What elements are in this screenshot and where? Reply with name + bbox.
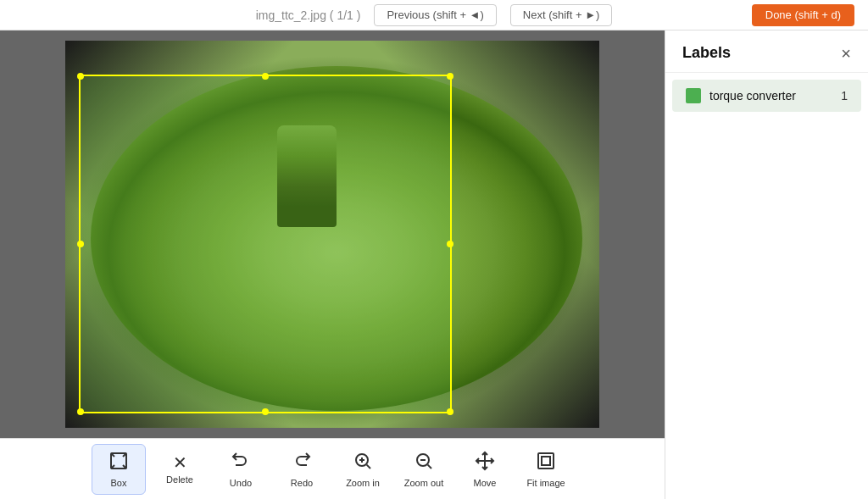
tool-redo-label: Redo [291, 478, 313, 488]
tool-zoom-in[interactable]: Zoom in [336, 444, 390, 495]
file-title: img_ttc_2.jpg ( 1/1 ) [256, 8, 361, 22]
handle-top-right[interactable] [447, 73, 453, 80]
box-icon [108, 451, 129, 474]
svg-rect-14 [538, 453, 554, 469]
move-icon [475, 451, 495, 474]
handle-top-left[interactable] [77, 73, 84, 80]
zoom-in-icon [353, 451, 373, 474]
tool-fit-image[interactable]: Fit image [519, 444, 573, 495]
tool-undo-label: Undo [230, 478, 252, 488]
toolbar: Box ✕ Delete Undo [0, 438, 665, 499]
tool-move[interactable]: Move [458, 444, 512, 495]
undo-icon [231, 451, 251, 474]
handle-top-center[interactable] [262, 73, 269, 80]
tool-zoom-in-label: Zoom in [346, 478, 380, 488]
panel-title: Labels [682, 44, 731, 62]
canvas-area[interactable] [0, 30, 665, 438]
label-count: 1 [841, 89, 848, 103]
page-info: ( 1/1 ) [330, 8, 361, 22]
tool-fit-image-label: Fit image [526, 478, 565, 488]
file-name: img_ttc_2.jpg [256, 8, 326, 22]
done-button[interactable]: Done (shift + d) [752, 4, 854, 26]
tool-box-label: Box [111, 478, 127, 488]
redo-icon [292, 451, 312, 474]
handle-middle-left[interactable] [77, 241, 84, 247]
tool-delete-label: Delete [166, 474, 193, 485]
tool-move-label: Move [474, 478, 497, 488]
header-bar: img_ttc_2.jpg ( 1/1 ) Previous (shift + … [0, 0, 868, 30]
zoom-out-icon [414, 451, 434, 474]
panel-header: Labels × [665, 30, 868, 73]
label-color-swatch [686, 88, 701, 103]
svg-line-10 [428, 464, 431, 468]
right-panel: Labels × torque converter1 [665, 30, 868, 499]
tool-box[interactable]: Box [92, 444, 146, 495]
main-content: Box ✕ Delete Undo [0, 30, 868, 499]
svg-line-6 [367, 464, 370, 468]
handle-bottom-left[interactable] [77, 408, 84, 415]
next-button[interactable]: Next (shift + ►) [510, 4, 613, 26]
fit-image-icon [536, 451, 556, 474]
image-container [65, 41, 599, 428]
handle-middle-right[interactable] [447, 241, 453, 247]
bounding-box[interactable] [79, 75, 452, 413]
tool-undo[interactable]: Undo [214, 444, 268, 495]
tool-zoom-out[interactable]: Zoom out [397, 444, 451, 495]
label-item[interactable]: torque converter1 [672, 80, 861, 112]
labels-list: torque converter1 [665, 73, 868, 119]
handle-bottom-center[interactable] [262, 408, 269, 415]
svg-rect-15 [542, 457, 550, 465]
label-name: torque converter [709, 89, 832, 103]
tool-zoom-out-label: Zoom out [404, 478, 443, 488]
panel-close-button[interactable]: × [841, 45, 851, 62]
handle-bottom-right[interactable] [447, 408, 453, 415]
tool-delete[interactable]: ✕ Delete [153, 444, 207, 495]
delete-icon: ✕ [173, 454, 187, 471]
tool-redo[interactable]: Redo [275, 444, 329, 495]
previous-button[interactable]: Previous (shift + ◄) [374, 4, 496, 26]
